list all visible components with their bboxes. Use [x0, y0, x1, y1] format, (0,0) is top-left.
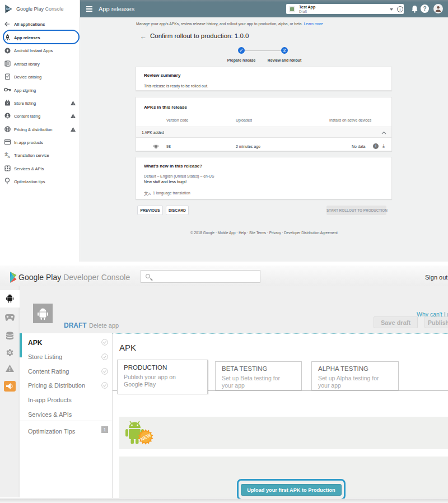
svg-text:A: A — [8, 155, 11, 159]
